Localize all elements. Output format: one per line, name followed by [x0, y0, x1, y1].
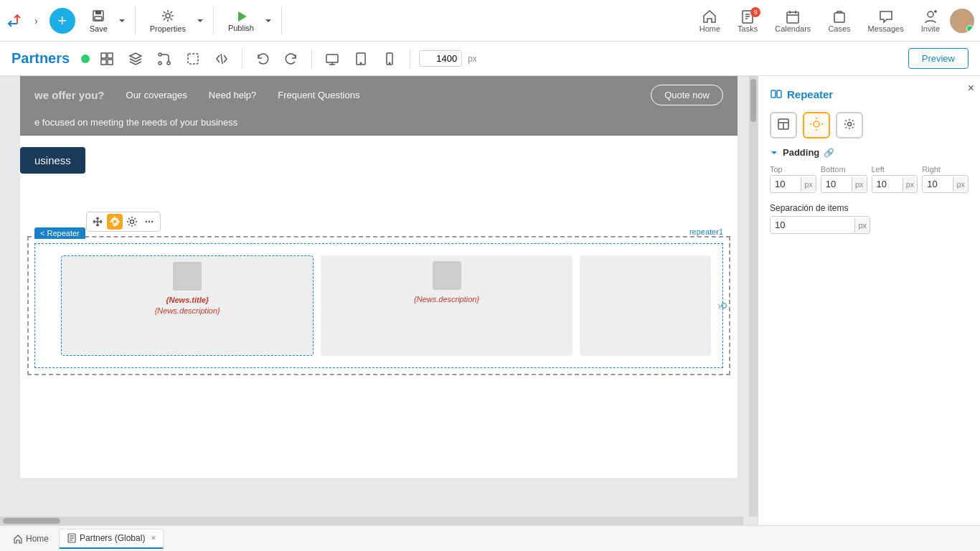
card2-image [433, 261, 461, 290]
tasks-badge: 9 [750, 7, 760, 17]
business-section: usiness [20, 136, 738, 193]
save-dropdown-button[interactable] [115, 14, 129, 28]
desktop-view-button[interactable] [321, 49, 344, 69]
undo-button[interactable] [251, 49, 274, 69]
repeater-card-1[interactable]: {News.title} {News.description} [61, 255, 314, 356]
code-button[interactable] [210, 49, 233, 69]
repeater-card-2[interactable]: {News.description} [321, 255, 572, 356]
layers-button[interactable] [124, 49, 147, 69]
grid-view-button[interactable] [95, 49, 118, 69]
top-padding-field: Top px [770, 165, 816, 193]
toolbar-separator [242, 49, 242, 69]
save-icon [91, 9, 105, 23]
faq-link[interactable]: Frequent Questions [278, 90, 359, 100]
padding-link-icon[interactable]: 🔗 [824, 148, 834, 158]
publish-button[interactable]: Publish [222, 6, 260, 35]
select-button[interactable] [182, 49, 204, 69]
svg-point-45 [814, 121, 819, 127]
add-button[interactable]: + [50, 8, 75, 34]
home-tab-icon [13, 534, 23, 544]
svg-rect-28 [326, 55, 338, 62]
quote-now-button[interactable]: Quote now [651, 85, 723, 105]
nav-chevron-button[interactable]: › [32, 12, 41, 29]
canvas-scroll[interactable]: we offer you? Our coverages Need help? F… [0, 76, 758, 525]
panel-close-button[interactable]: × [968, 82, 974, 95]
undo-icon [255, 52, 270, 66]
home-bottom-tab[interactable]: Home [6, 531, 56, 547]
repeater-tag[interactable]: < Repeater [34, 227, 85, 239]
cases-nav-item[interactable]: Cases [821, 6, 857, 36]
horizontal-scrollbar[interactable] [0, 517, 743, 525]
desktop-icon [325, 52, 339, 66]
publish-icon [234, 9, 248, 24]
app-logo-icon [6, 9, 29, 32]
move-element-button[interactable] [90, 214, 105, 230]
routes-button[interactable] [153, 49, 176, 69]
toolbar-separator-2 [311, 49, 312, 69]
collapse-icon[interactable] [770, 149, 778, 157]
canvas-wrapper: we offer you? Our coverages Need help? F… [0, 76, 758, 525]
vscrollbar-thumb [750, 79, 756, 122]
save-button[interactable]: Save [84, 6, 113, 36]
user-avatar[interactable] [950, 9, 974, 33]
help-link[interactable]: Need help? [209, 90, 257, 100]
svg-rect-22 [108, 60, 113, 65]
mobile-view-button[interactable] [378, 49, 401, 69]
redo-button[interactable] [280, 49, 303, 69]
business-button[interactable]: usiness [20, 147, 85, 174]
svg-rect-2 [95, 17, 102, 20]
card1-desc-field: {News.description} [155, 306, 220, 316]
settings-icon [126, 216, 138, 227]
partners-bottom-tab[interactable]: Partners (Global) × [59, 529, 164, 549]
panel-tab-layout[interactable] [770, 112, 797, 138]
grid-view-icon [100, 52, 114, 66]
svg-rect-26 [188, 54, 198, 64]
svg-rect-41 [777, 90, 781, 98]
home-nav-item[interactable]: Home [692, 6, 727, 36]
right-padding-input[interactable] [923, 176, 953, 192]
style-icon [109, 216, 121, 227]
repeater-card-3[interactable] [580, 255, 711, 356]
layers-icon [128, 52, 143, 66]
right-padding-field: Right px [922, 165, 969, 193]
tablet-view-button[interactable] [349, 49, 372, 69]
coverages-link[interactable]: Our coverages [126, 90, 187, 100]
tasks-nav-item[interactable]: 9 Tasks [730, 6, 765, 36]
status-dot [81, 55, 90, 63]
top-toolbar: › + Save Properties [0, 0, 980, 42]
svg-point-17 [957, 11, 967, 23]
publish-dropdown-button[interactable] [261, 14, 275, 28]
separation-input[interactable] [771, 217, 854, 233]
padding-section: Padding 🔗 Top px Bottom px [758, 147, 980, 245]
properties-dropdown-button[interactable] [193, 14, 207, 28]
calendars-nav-item[interactable]: Calendars [768, 6, 818, 36]
preview-button[interactable]: Preview [908, 48, 969, 69]
style-element-button[interactable] [107, 214, 123, 230]
more-options-button[interactable] [141, 214, 157, 230]
svg-point-46 [848, 123, 852, 126]
top-padding-input[interactable] [771, 176, 801, 192]
settings-tab-icon [843, 118, 856, 131]
canvas-width-input[interactable]: 1400 [419, 50, 462, 67]
vertical-scrollbar[interactable] [749, 76, 758, 517]
code-icon [215, 52, 229, 66]
messages-nav-item[interactable]: Messages [861, 6, 911, 36]
svg-point-25 [159, 62, 161, 65]
svg-point-32 [360, 62, 362, 64]
left-padding-input[interactable] [872, 176, 903, 192]
invite-nav-item[interactable]: Invite [914, 6, 947, 36]
publish-group: Publish [217, 6, 282, 35]
save-group: Save [78, 6, 136, 35]
settings-element-button[interactable] [124, 214, 140, 230]
dots-icon [143, 216, 155, 227]
panel-tab-style[interactable] [803, 112, 830, 138]
bottom-padding-input[interactable] [821, 176, 852, 192]
panel-tab-settings[interactable] [836, 112, 863, 138]
invite-nav-icon [923, 9, 938, 24]
tab-close-button[interactable]: × [148, 533, 156, 543]
properties-button[interactable]: Properties [144, 6, 192, 36]
panel-tabs [758, 106, 980, 147]
svg-point-14 [928, 11, 933, 17]
padding-section-title: Padding 🔗 [770, 147, 969, 158]
repeater-inner: ‹ {News.title} {News.description} [34, 243, 723, 368]
